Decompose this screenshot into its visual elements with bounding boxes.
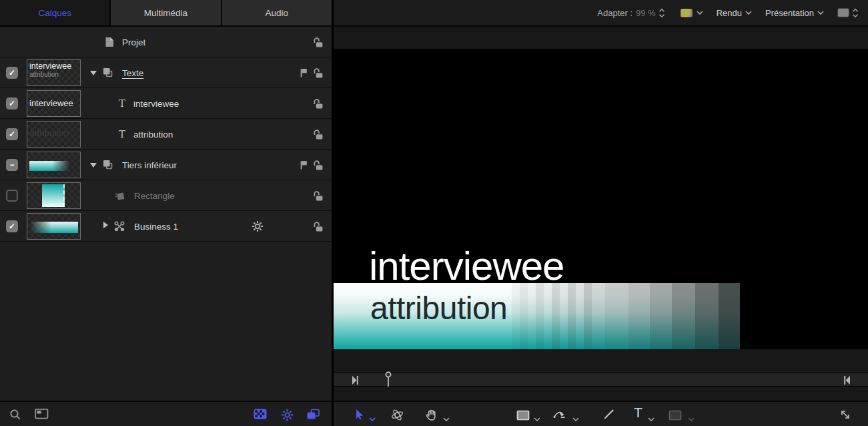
unlock-icon[interactable] — [312, 129, 324, 143]
playhead-marker[interactable] — [384, 371, 392, 391]
activation-checkbox[interactable]: ✓ — [6, 128, 18, 140]
thumb-text: attribution — [29, 71, 80, 78]
tab-multimedia[interactable]: Multimédia — [111, 0, 222, 25]
thumb-gradient-bar — [29, 222, 78, 233]
zoom-value[interactable]: 99 % — [636, 8, 656, 18]
layers-panel-footer — [0, 401, 332, 426]
expand-fullscreen-icon[interactable] — [839, 408, 852, 424]
disclosure-triangle[interactable] — [90, 163, 97, 168]
lower-third-band: attribution — [334, 283, 740, 349]
window-layout-icon[interactable] — [837, 8, 849, 17]
pan-hand-tool-icon[interactable] — [424, 408, 438, 424]
line-tool-icon[interactable] — [603, 408, 615, 423]
layer-label: Rectangle — [134, 180, 175, 211]
layer-label: interviewee — [133, 88, 179, 119]
replicator-icon — [113, 220, 125, 232]
thumb-text: interviewee — [29, 98, 80, 108]
flag-icon[interactable] — [299, 67, 308, 81]
zoom-stepper-icon[interactable] — [659, 8, 665, 18]
group-icon — [102, 159, 113, 170]
chevron-down-icon[interactable] — [817, 11, 824, 15]
layer-thumbnail[interactable]: attribution — [27, 121, 81, 148]
show-behaviors-icon[interactable] — [281, 409, 294, 424]
render-menu[interactable]: Rendu — [717, 8, 742, 18]
pen-tool-chevron-icon[interactable] — [572, 413, 579, 425]
tools-toolbar: T — [334, 401, 868, 426]
shape-tool-chevron-icon[interactable] — [534, 413, 540, 425]
disclosure-triangle[interactable] — [103, 222, 108, 228]
thumb-gradient-rect — [42, 184, 65, 207]
activation-checkbox[interactable]: ✓ — [6, 220, 18, 232]
layer-label: attribution — [133, 119, 173, 150]
unlock-icon[interactable] — [312, 221, 324, 235]
layer-label: Texte — [122, 57, 143, 88]
unlock-icon[interactable] — [312, 98, 324, 112]
color-display-icon[interactable] — [680, 8, 693, 18]
text-layer-icon: T — [119, 128, 125, 140]
shape-icon — [114, 190, 125, 202]
show-layers-icon[interactable] — [306, 409, 320, 423]
text-layer-icon: T — [119, 97, 125, 110]
layer-row-texte[interactable]: ✓ interviewee attribution Texte — [0, 57, 332, 88]
activation-checkbox[interactable]: ✓ — [6, 67, 18, 79]
layer-label: Tiers inférieur — [122, 150, 177, 180]
mask-tool-chevron-icon-disabled — [688, 413, 695, 425]
group-icon — [102, 67, 113, 78]
canvas-area: Adapter : 99 % Rendu Présentation interv… — [334, 0, 868, 426]
tab-audio[interactable]: Audio — [222, 0, 332, 25]
tab-calques[interactable]: Calques — [0, 0, 111, 25]
chevron-down-icon[interactable] — [697, 11, 703, 15]
select-tool-chevron-icon[interactable] — [369, 413, 376, 425]
layer-thumbnail[interactable]: interviewee — [27, 90, 81, 117]
canvas-title-text: interviewee — [369, 247, 564, 286]
layer-row-attribution[interactable]: ✓ attribution T attribution — [0, 119, 332, 150]
layer-row-business-1[interactable]: ✓ Business 1 — [0, 211, 332, 242]
layer-thumbnail[interactable] — [27, 152, 81, 178]
disclosure-triangle[interactable] — [90, 71, 97, 75]
unlock-icon[interactable] — [312, 190, 324, 204]
project-document-icon — [105, 37, 114, 47]
layers-panel: Calques Multimédia Audio Projet ✓ interv… — [0, 0, 332, 426]
motion-window: Calques Multimédia Audio Projet ✓ interv… — [0, 0, 868, 426]
layer-label: Projet — [122, 27, 145, 57]
mini-timeline[interactable] — [334, 373, 868, 387]
show-masks-icon[interactable] — [254, 409, 267, 422]
bezier-pen-tool-icon[interactable] — [552, 408, 566, 424]
chevron-down-icon[interactable] — [745, 11, 752, 15]
in-point-marker[interactable] — [352, 375, 360, 389]
thumb-gradient-bar — [29, 161, 71, 171]
layer-thumbnail[interactable] — [27, 213, 81, 240]
text-tool-icon[interactable]: T — [634, 405, 642, 421]
layer-thumbnail[interactable]: interviewee attribution — [27, 59, 81, 86]
text-tool-chevron-icon[interactable] — [648, 413, 655, 425]
layout-stepper-icon[interactable] — [852, 8, 859, 18]
layer-row-projet[interactable]: Projet — [0, 27, 332, 57]
zoom-fit-label[interactable]: Adapter : — [597, 8, 632, 18]
unlock-icon[interactable] — [312, 160, 324, 174]
layer-row-tiers-inferieur[interactable]: − Tiers inférieur — [0, 150, 332, 180]
3d-transform-tool-icon[interactable] — [390, 408, 404, 425]
unlock-icon[interactable] — [312, 67, 324, 81]
unlock-icon[interactable] — [312, 37, 324, 51]
hand-tool-chevron-icon[interactable] — [443, 413, 450, 425]
gear-icon[interactable] — [252, 220, 264, 235]
thumbnail-display-icon[interactable] — [35, 409, 49, 422]
flag-icon[interactable] — [299, 160, 308, 173]
activation-checkbox-mixed[interactable]: − — [6, 159, 18, 171]
canvas-toolbar: Adapter : 99 % Rendu Présentation — [334, 0, 868, 27]
canvas-frame: interviewee attribution — [334, 49, 868, 349]
view-menu[interactable]: Présentation — [765, 8, 814, 18]
layer-label: Business 1 — [134, 211, 178, 242]
activation-checkbox[interactable]: ✓ — [6, 97, 18, 110]
layer-thumbnail[interactable] — [27, 182, 81, 209]
thumb-text: attribution — [29, 128, 80, 138]
rectangle-tool-icon[interactable] — [516, 410, 530, 423]
activation-checkbox-unchecked[interactable] — [6, 190, 18, 202]
layers-list: Projet ✓ interviewee attribution Texte ✓ — [0, 27, 332, 242]
layer-row-rectangle[interactable]: Rectangle — [0, 180, 332, 211]
select-tool-icon[interactable] — [352, 408, 364, 423]
mask-tool-icon-disabled — [669, 410, 682, 423]
out-point-marker[interactable] — [843, 375, 851, 389]
search-icon[interactable] — [9, 409, 22, 424]
layer-row-interviewee[interactable]: ✓ interviewee T interviewee — [0, 88, 332, 119]
